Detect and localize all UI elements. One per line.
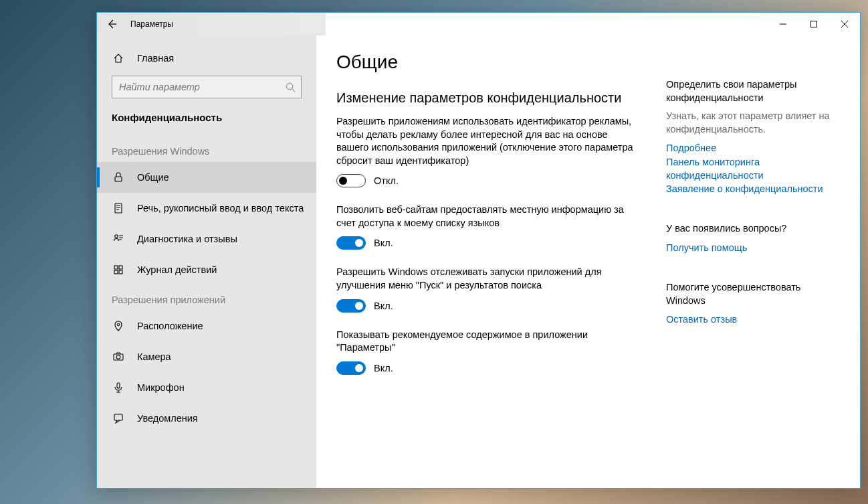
search-input[interactable] (119, 82, 286, 92)
sidebar-item-location[interactable]: Расположение (97, 311, 316, 341)
svg-point-9 (117, 323, 120, 326)
lock-icon (112, 172, 125, 183)
sidebar-item-label: Журнал действий (137, 264, 217, 275)
setting-desc: Разрешить приложениям использовать идент… (336, 115, 642, 167)
sidebar: Главная Конфиденциальность Разрешения Wi… (97, 35, 316, 488)
group-header-apps: Разрешения приложений (97, 285, 316, 311)
help-block-privacy: Определить свои параметры конфиденциальн… (666, 78, 840, 195)
history-icon (112, 264, 125, 275)
setting-advertising-id: Разрешить приложениям использовать идент… (336, 115, 642, 187)
toggle-state-label: Вкл. (374, 238, 393, 248)
help-block-questions: У вас появились вопросы? Получить помощь (666, 222, 840, 254)
home-label: Главная (137, 53, 174, 64)
svg-rect-2 (115, 177, 122, 181)
toggle-suggested-content[interactable] (336, 361, 366, 375)
svg-point-4 (115, 235, 118, 238)
right-column: Определить свои параметры конфиденциальн… (666, 52, 840, 475)
svg-rect-8 (119, 270, 122, 274)
sidebar-item-microphone[interactable]: Микрофон (97, 372, 316, 403)
svg-rect-7 (114, 270, 118, 274)
maximize-icon (810, 21, 817, 27)
sidebar-item-general[interactable]: Общие (97, 162, 316, 193)
search-icon (286, 82, 296, 92)
window-controls (768, 13, 860, 35)
toggle-state-label: Откл. (374, 175, 399, 186)
svg-rect-5 (114, 266, 118, 269)
content-area: Общие Изменение параметров конфиденциаль… (316, 35, 860, 488)
close-button[interactable] (829, 13, 860, 35)
maximize-button[interactable] (798, 13, 829, 35)
minimize-icon (780, 21, 786, 27)
page-title: Общие (336, 52, 642, 73)
home-nav[interactable]: Главная (97, 45, 316, 72)
sidebar-item-label: Общие (137, 172, 169, 183)
group-header-windows: Разрешения Windows (97, 137, 316, 162)
setting-desc: Разрешить Windows отслеживать запуски пр… (336, 266, 642, 292)
notifications-icon (112, 413, 125, 424)
right-heading: У вас появились вопросы? (666, 222, 840, 236)
microphone-icon (112, 382, 125, 393)
svg-point-11 (116, 355, 120, 359)
svg-rect-13 (114, 414, 122, 420)
toggle-language-list[interactable] (336, 236, 366, 250)
sidebar-item-notifications[interactable]: Уведомления (97, 403, 316, 434)
link-give-feedback[interactable]: Оставить отзыв (666, 313, 840, 326)
search-wrap (97, 72, 316, 105)
link-privacy-dashboard[interactable]: Панель мониторинга конфиденциальности (666, 155, 840, 183)
sidebar-item-label: Диагностика и отзывы (137, 234, 237, 244)
setting-app-launches: Разрешить Windows отслеживать запуски пр… (336, 266, 642, 312)
sidebar-item-speech[interactable]: Речь, рукописный ввод и ввод текста (97, 193, 316, 224)
minimize-button[interactable] (768, 13, 798, 35)
current-category: Конфиденциальность (97, 105, 316, 137)
window-title: Параметры (130, 19, 173, 29)
camera-icon (112, 351, 125, 362)
document-icon (112, 203, 125, 214)
sidebar-item-label: Речь, рукописный ввод и ввод текста (137, 203, 304, 214)
setting-suggested-content: Показывать рекомендуемое содержимое в пр… (336, 329, 642, 375)
location-icon (112, 321, 125, 331)
close-icon (841, 21, 848, 27)
svg-rect-6 (119, 266, 122, 269)
sidebar-item-label: Расположение (137, 321, 203, 331)
toggle-row: Откл. (336, 174, 642, 187)
svg-point-1 (286, 83, 292, 89)
help-block-feedback: Помогите усовершенствовать Windows Остав… (666, 281, 840, 326)
setting-desc: Позволить веб-сайтам предоставлять местн… (336, 203, 642, 230)
toggle-row: Вкл. (336, 361, 642, 375)
svg-rect-3 (115, 203, 122, 213)
svg-rect-0 (811, 21, 817, 27)
link-privacy-statement[interactable]: Заявление о конфиденциальности (666, 182, 840, 195)
toggle-row: Вкл. (336, 236, 642, 250)
setting-desc: Показывать рекомендуемое содержимое в пр… (336, 329, 642, 355)
window-body: Главная Конфиденциальность Разрешения Wi… (97, 35, 860, 488)
titlebar: Параметры (97, 13, 860, 35)
right-heading: Помогите усовершенствовать Windows (666, 281, 840, 307)
sidebar-item-label: Уведомления (137, 413, 198, 424)
svg-rect-12 (117, 383, 120, 388)
feedback-icon (112, 234, 125, 244)
section-title: Изменение параметров конфиденциальности (336, 90, 642, 106)
sidebar-item-activity[interactable]: Журнал действий (97, 254, 316, 285)
home-icon (112, 53, 125, 64)
sidebar-item-label: Микрофон (137, 382, 185, 393)
toggle-app-launches[interactable] (336, 299, 366, 313)
toggle-state-label: Вкл. (374, 301, 393, 311)
toggle-row: Вкл. (336, 299, 642, 313)
search-box[interactable] (112, 76, 302, 98)
link-get-help[interactable]: Получить помощь (666, 241, 840, 254)
sidebar-item-diagnostics[interactable]: Диагностика и отзывы (97, 224, 316, 254)
right-subtext: Узнать, как этот параметр влияет на конф… (666, 110, 840, 136)
toggle-state-label: Вкл. (374, 363, 393, 373)
toggle-advertising-id[interactable] (336, 174, 366, 187)
arrow-left-icon (106, 19, 117, 29)
setting-language-list: Позволить веб-сайтам предоставлять местн… (336, 203, 642, 250)
sidebar-item-camera[interactable]: Камера (97, 341, 316, 372)
sidebar-item-label: Камера (137, 351, 171, 362)
back-button[interactable] (97, 13, 126, 35)
right-heading: Определить свои параметры конфиденциальн… (666, 78, 840, 104)
main-column: Общие Изменение параметров конфиденциаль… (336, 52, 642, 475)
link-learn-more[interactable]: Подробнее (666, 141, 840, 155)
settings-window: Параметры Главная (96, 12, 861, 489)
